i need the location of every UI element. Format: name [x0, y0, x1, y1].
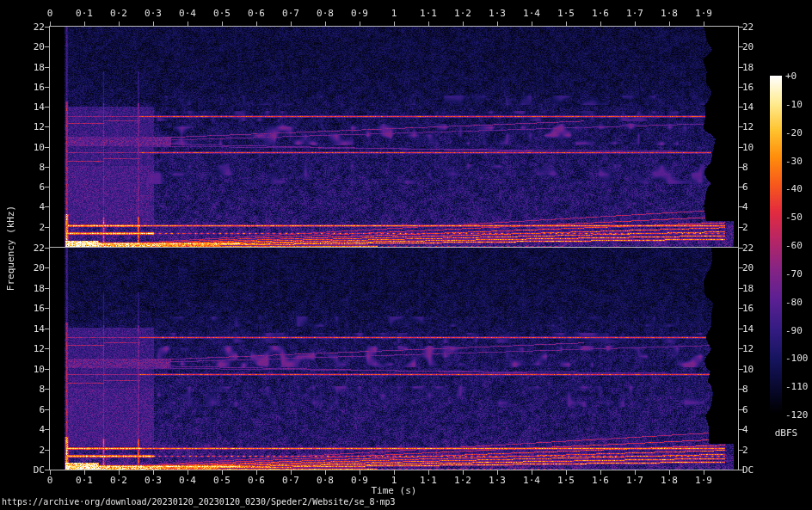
- source-url-caption: https://archive·org/download/20230120_20…: [2, 496, 396, 507]
- colorbar-tick-label: -100: [785, 353, 812, 364]
- spectrogram-figure: 000·10·10·20·20·30·30·40·40·50·50·60·60·…: [0, 0, 812, 510]
- colorbar-tick-label: -10: [785, 99, 812, 110]
- colorbar-tick-label: -40: [785, 183, 812, 194]
- colorbar-tick-label: -60: [785, 240, 812, 251]
- colorbar-tick-label: -110: [785, 381, 812, 392]
- colorbar-tick-label: -20: [785, 127, 812, 138]
- colorbar-tick-label: -50: [785, 212, 812, 223]
- colorbar-tick-labels: +0-10-20-30-40-50-60-70-80-90-100-110-12…: [0, 0, 812, 510]
- colorbar-tick-label: -70: [785, 268, 812, 280]
- colorbar-unit-label: dBFS: [760, 427, 812, 439]
- colorbar-tick-label: -90: [785, 325, 812, 336]
- colorbar-tick-label: +0: [785, 71, 812, 82]
- colorbar-tick-label: -30: [785, 156, 812, 167]
- colorbar-tick-label: -120: [785, 409, 812, 421]
- colorbar-tick-label: -80: [785, 297, 812, 308]
